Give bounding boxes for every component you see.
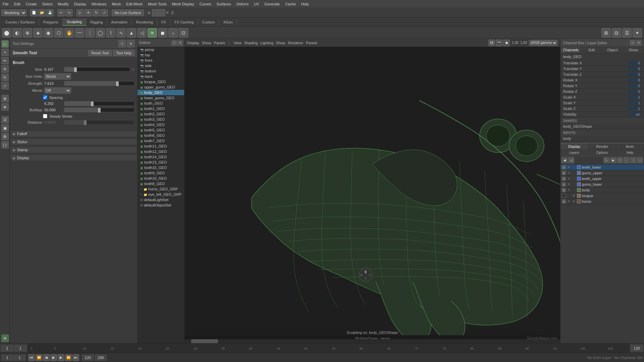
mesh-lower-gums[interactable]: lower_gums_GEO [138, 95, 184, 101]
sculpt-tool-7[interactable]: 🖐 [64, 28, 74, 38]
tongue-p[interactable] [567, 194, 571, 198]
mesh-upper-gums[interactable]: upper_gums_GEO [138, 84, 184, 90]
set-default-light[interactable]: ⊞ defaultLightSet [138, 197, 184, 202]
paint-tool-btn[interactable]: ✏ [1, 57, 9, 64]
stamp-header[interactable]: ▶ Stamp [10, 146, 137, 153]
model-viewport[interactable]: N S W E [184, 47, 560, 335]
menu-mesh-display[interactable]: Mesh Display [169, 1, 197, 7]
mesh-tooth14[interactable]: tooth14_GEO [138, 154, 184, 160]
menu-file[interactable]: File [0, 1, 11, 7]
object-tab[interactable]: Object [602, 47, 623, 53]
body-vis[interactable]: V [562, 188, 566, 192]
sculpt-tool-16[interactable]: ◼ [158, 28, 167, 38]
menu-mesh[interactable]: Mesh [109, 1, 123, 7]
open-btn[interactable]: 📂 [38, 9, 46, 16]
step-fwd-btn[interactable]: ⏩ [65, 354, 72, 361]
menu-generate[interactable]: Generate [262, 1, 282, 7]
play-btn[interactable]: ▶ [50, 354, 57, 361]
camera-persp[interactable]: persp [138, 47, 184, 52]
layer-tongue[interactable]: R tongue [560, 193, 644, 199]
steady-stroke-checkbox[interactable] [43, 114, 47, 118]
strength-slider[interactable] [64, 81, 135, 86]
teeth-lower-r[interactable] [572, 165, 576, 169]
layer-prev2-btn[interactable]: ◁ [568, 157, 574, 163]
show-tab[interactable]: Show [623, 47, 644, 53]
gums-lower-vis[interactable]: V [562, 182, 566, 186]
menu-edit[interactable]: Edit [11, 1, 23, 7]
sculpt-extra-1[interactable]: ⊞ [601, 28, 611, 38]
mesh-tooth9[interactable]: tooth9_GEO [138, 170, 184, 176]
gums-upper-r[interactable] [572, 171, 576, 175]
buildup-slider[interactable] [64, 108, 135, 112]
tongue-r[interactable]: R [572, 194, 576, 198]
anim-layer-tab[interactable]: Anim [616, 143, 644, 149]
group-horns[interactable]: + horns_GEO_GRP [138, 186, 184, 192]
sculpt-extra-3[interactable]: ☰ [622, 28, 632, 38]
teeth-lower-p[interactable]: P [567, 165, 571, 169]
sculpt-tool-9[interactable]: ⋮ [85, 28, 95, 38]
sculpt-tool-5[interactable]: ◉ [44, 28, 53, 38]
translate-x-val[interactable]: 0 [628, 61, 641, 65]
lasso-tool-btn[interactable]: ⌖ [1, 49, 9, 56]
snap-btn[interactable]: ⊞ [1, 95, 9, 102]
help-sub-tab[interactable]: Help [616, 150, 644, 156]
next-frame-btn[interactable]: ▶ [58, 354, 64, 361]
outliner-float-btn[interactable]: ⬡ [171, 40, 177, 46]
gums-lower-r[interactable] [572, 182, 576, 186]
gums-lower-color[interactable] [577, 182, 581, 186]
timeline-frames[interactable]: 1 5 10 15 20 25 30 35 40 45 50 55 60 65 … [28, 344, 630, 353]
magnet-btn[interactable]: ⊕ [1, 103, 9, 111]
translate-z-val[interactable]: 0 [628, 72, 641, 76]
sculpt-extra-4[interactable]: ✦ [633, 28, 642, 38]
gums-upper-color[interactable] [577, 171, 581, 175]
mesh-tooth13[interactable]: tooth13_GEO [138, 160, 184, 165]
size-value[interactable]: 0.167 [44, 67, 63, 71]
falloff-header[interactable]: ▶ Falloff [10, 130, 137, 137]
mesh-tooth-geo[interactable]: tooth_GEO [138, 101, 184, 106]
render-layer-tab[interactable]: Render [588, 143, 616, 149]
rotate-y-val[interactable]: 0 [628, 84, 641, 88]
size-slider[interactable] [64, 67, 130, 72]
mesh-tongue-geo[interactable]: tongue_GEO [138, 79, 184, 84]
redo-btn[interactable]: ↪ [65, 9, 73, 16]
tab-fx[interactable]: FX [157, 19, 170, 25]
go-start-btn[interactable]: ⏮ [28, 354, 35, 361]
vp-show-menu2[interactable]: Show [276, 41, 285, 45]
stylus-header[interactable]: ▶ Stylus [10, 138, 137, 145]
tongue-color[interactable] [577, 194, 581, 198]
vp-display-menu[interactable]: Display [187, 41, 199, 45]
vp-panels-menu2[interactable]: Panels [306, 41, 317, 45]
spacing-slider[interactable] [64, 101, 135, 106]
tab-sculpting[interactable]: Sculpting [63, 18, 86, 26]
new-btn[interactable]: 📄 [30, 9, 38, 16]
menu-edit-mesh[interactable]: Edit Mesh [123, 1, 145, 7]
gums-upper-vis[interactable]: V [562, 171, 566, 175]
horns-p[interactable]: P [567, 199, 571, 203]
x-value[interactable] [152, 9, 165, 16]
tab-polygons[interactable]: Polygons [39, 19, 62, 25]
gums-upper-p[interactable]: P [567, 171, 571, 175]
body-color[interactable] [577, 188, 581, 192]
distance-value[interactable]: 4.0000 [44, 120, 63, 124]
mesh-tooth10[interactable]: tooth10_GEO [138, 176, 184, 181]
mesh-tooth7[interactable]: tooth7_GEO [138, 138, 184, 143]
set-default-object[interactable]: ⊞ defaultObjectSet [138, 202, 184, 208]
options-sub-tab[interactable]: Options [588, 150, 616, 156]
teeth-upper-color[interactable] [577, 177, 581, 181]
camera-back[interactable]: back [138, 74, 184, 79]
menu-display[interactable]: Display [71, 1, 89, 7]
timeline-start-input[interactable] [1, 345, 13, 351]
channel-float-btn[interactable]: ⬡ [630, 40, 635, 46]
move-tool-btn[interactable]: ✛ [1, 65, 9, 73]
mesh-tooth1[interactable]: tooth1_GEO [138, 106, 184, 111]
sculpt-tool-3[interactable]: ⊕ [23, 28, 32, 38]
mesh-tooth3[interactable]: tooth3_GEO [138, 117, 184, 122]
teeth-upper-p[interactable]: P [567, 177, 571, 181]
camera-side[interactable]: side [138, 63, 184, 68]
playback-end[interactable]: 120 [82, 355, 94, 361]
sculpt-tool-13[interactable]: ▲ [127, 28, 136, 38]
viewport-scrollbar-h[interactable] [184, 339, 560, 343]
sculpt-extra-2[interactable]: ⊟ [612, 28, 621, 38]
rotate-tool-btn[interactable]: ↻ [1, 74, 9, 81]
go-end-btn[interactable]: ⏭ [72, 354, 79, 361]
